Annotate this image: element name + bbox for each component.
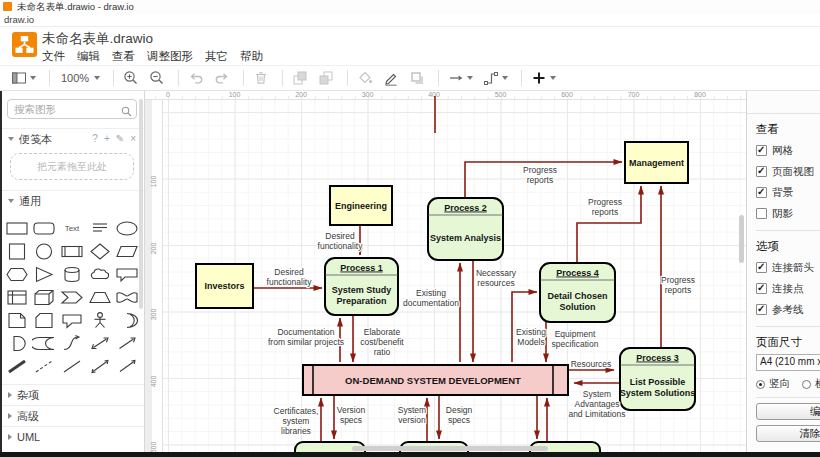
shape-cloud[interactable] [86, 263, 114, 284]
toolbar-undo-icon[interactable] [185, 68, 207, 88]
shape-step[interactable] [58, 286, 86, 307]
toolbar-zoom-out-icon[interactable] [146, 68, 168, 88]
browser-tab[interactable]: 未命名表单.drawio - draw.io [0, 0, 820, 14]
checkbox-guides[interactable]: 参考线 [756, 299, 820, 320]
toolbar-redo-icon[interactable] [211, 68, 233, 88]
shape-textbox[interactable] [86, 217, 114, 238]
edge-label[interactable]: Systemversion [398, 405, 426, 425]
edge-label[interactable]: Desiredfunctionality [318, 231, 364, 251]
page-size-select[interactable]: A4 (210 mm x 297 mm) [756, 354, 820, 371]
edge-label[interactable]: ExistingModels [516, 327, 546, 347]
checkbox-shadow[interactable]: 阴影 [756, 203, 820, 224]
section-advanced[interactable]: 高级 [0, 405, 144, 426]
node-management[interactable]: Management [625, 142, 688, 183]
toolbar-to-front-icon[interactable] [289, 68, 311, 88]
checkbox-connection-points[interactable]: 连接点 [756, 278, 820, 299]
node-process2[interactable]: Process 2System Analysis [428, 198, 503, 260]
menu-extras[interactable]: 其它 [205, 49, 228, 64]
shape-ellipse[interactable] [113, 217, 141, 238]
sidebar-scrollbar[interactable] [139, 99, 143, 309]
shape-or[interactable] [113, 309, 141, 330]
menu-view[interactable]: 查看 [112, 49, 135, 64]
node-investors[interactable]: Investors [196, 264, 253, 308]
toolbar-zoom-level[interactable]: 100% [56, 70, 103, 86]
edge-label[interactable]: Desiredfunctionality [267, 267, 313, 287]
node-process3[interactable]: Process 3List PossibleSystem Solutions [620, 348, 696, 410]
horizontal-scrollbar-thumb[interactable] [352, 446, 548, 451]
toolbar-delete-icon[interactable] [250, 68, 272, 88]
toolbar-waypoints-icon[interactable] [480, 68, 511, 88]
shape-parallelogram[interactable] [113, 240, 141, 261]
shape-dashed-line[interactable] [31, 355, 59, 376]
help-icon[interactable]: ? [92, 134, 98, 144]
shape-card[interactable] [31, 309, 59, 330]
edge-label[interactable]: Designspecs [446, 405, 473, 425]
toolbar-shadow-icon[interactable] [406, 68, 428, 88]
checkbox-background[interactable]: 背景 [756, 182, 820, 203]
shape-rectangle[interactable] [3, 217, 31, 238]
section-misc[interactable]: 杂项 [0, 384, 144, 405]
checkbox-page-view[interactable]: 页面视图 [756, 161, 820, 182]
node-dev-bar[interactable]: ON-DEMAND SYSTEM DEVELOPMENT [303, 365, 568, 395]
edge-label[interactable]: Equipmentspecification [552, 329, 599, 349]
edge-label[interactable]: Progressreports [523, 165, 557, 185]
shape-bidirectional-connector[interactable] [86, 355, 114, 376]
node-process1[interactable]: Process 1System StudyPreparation [325, 258, 398, 315]
shape-arrow[interactable] [113, 332, 141, 353]
menu-file[interactable]: 文件 [42, 49, 65, 64]
shape-cylinder[interactable] [58, 263, 86, 284]
shape-directional-connector[interactable] [113, 355, 141, 376]
edge-label[interactable]: Versionspecs [337, 405, 366, 425]
shape-process[interactable] [58, 240, 86, 261]
shape-curve[interactable] [58, 332, 86, 353]
shape-and[interactable] [3, 332, 31, 353]
shape-link[interactable] [3, 355, 31, 376]
edge-label[interactable]: Progressreports [588, 197, 622, 217]
edit-icon[interactable]: ✎ [116, 134, 124, 144]
scratchpad-dropzone[interactable]: 把元素拖至此处 [10, 153, 134, 180]
drawing-canvas[interactable]: 0100200300400500600700800 10020030040050… [145, 91, 746, 452]
close-icon[interactable]: × [130, 134, 136, 144]
section-general[interactable]: 通用 [0, 190, 144, 211]
shape-line[interactable] [58, 355, 86, 376]
scratchpad-header[interactable]: 便笺本 ?+✎× [0, 128, 144, 149]
menu-help[interactable]: 帮助 [240, 49, 263, 64]
shape-note[interactable] [3, 309, 31, 330]
shape-callout[interactable] [113, 263, 141, 284]
shape-actor[interactable] [86, 309, 114, 330]
shape-text[interactable]: Text [58, 217, 86, 238]
toolbar-line-color-icon[interactable] [380, 68, 402, 88]
shape-rounded-rectangle[interactable] [31, 217, 59, 238]
landscape-radio[interactable]: 横向 [802, 377, 820, 391]
shape-diamond[interactable] [86, 240, 114, 261]
shape-callout-2[interactable] [58, 309, 86, 330]
toolbar-zoom-in-icon[interactable] [120, 68, 142, 88]
toolbar-view-mode-icon[interactable] [8, 68, 39, 88]
clear-default-style-button[interactable]: 清除默认样式 [756, 425, 820, 442]
edge-label[interactable]: Necessaryresources [476, 268, 517, 288]
shape-bidirectional-arrow[interactable] [86, 332, 114, 353]
toolbar-connection-icon[interactable] [445, 68, 476, 88]
edge-label[interactable]: Certificates,systemlibraries [274, 406, 319, 436]
shape-hexagon[interactable] [3, 263, 31, 284]
search-input[interactable] [7, 99, 137, 119]
checkbox-grid[interactable]: 网格 [756, 140, 820, 161]
menu-edit[interactable]: 编辑 [77, 49, 100, 64]
toolbar-fill-color-icon[interactable] [354, 68, 376, 88]
edge-label[interactable]: Resources [571, 359, 612, 369]
shape-triangle[interactable] [31, 263, 59, 284]
shape-square[interactable] [3, 240, 31, 261]
shape-cube[interactable] [31, 286, 59, 307]
shape-data-storage[interactable] [31, 332, 59, 353]
edge-label[interactable]: Documentationfrom similar projects [268, 327, 344, 347]
node-process4[interactable]: Process 4Detail ChosenSolution [540, 263, 615, 322]
portrait-radio[interactable]: 竖向 [756, 377, 790, 391]
checkbox-connection-arrows[interactable]: 连接箭头 [756, 257, 820, 278]
shape-circle[interactable] [31, 240, 59, 261]
edge-label[interactable]: Existingdocumentation [403, 288, 459, 308]
vertical-scrollbar-thumb[interactable] [739, 215, 744, 263]
node-engineering[interactable]: Engineering [330, 186, 392, 225]
edit-data-button[interactable]: 编辑数据 [756, 403, 820, 420]
toolbar-to-back-icon[interactable] [315, 68, 337, 88]
shape-internal-storage[interactable] [3, 286, 31, 307]
